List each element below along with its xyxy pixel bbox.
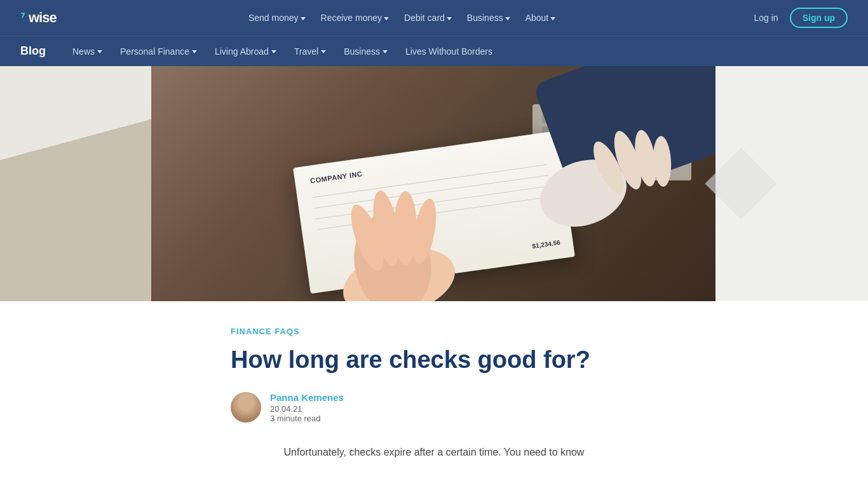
living-abroad-link[interactable]: Living Abroad [206, 36, 285, 67]
blog-nav-item-travel[interactable]: Travel [285, 36, 335, 67]
travel-link[interactable]: Travel [285, 36, 335, 67]
article-title: How long are checks good for? [231, 346, 637, 374]
hero-side-right [715, 66, 868, 301]
author-date: 20.04.21 [270, 404, 344, 414]
author-avatar-image [231, 392, 261, 423]
chevron-down-icon [383, 50, 388, 53]
send-money-link[interactable]: Send money [242, 9, 312, 27]
logo[interactable]: ⁷ wise [20, 10, 57, 26]
business-link[interactable]: Business [461, 9, 517, 27]
chevron-down-icon [505, 17, 510, 20]
nav-item-business[interactable]: Business [461, 9, 517, 27]
chevron-down-icon [301, 17, 306, 20]
blog-nav-item-living-abroad[interactable]: Living Abroad [206, 36, 285, 67]
nav-item-send-money[interactable]: Send money [242, 9, 312, 27]
debit-card-link[interactable]: Debit card [398, 9, 458, 27]
top-nav-links: Send money Receive money Debit card Busi… [242, 9, 562, 27]
blog-nav-item-lives-without-borders[interactable]: Lives Without Borders [397, 36, 501, 67]
chevron-down-icon [550, 17, 555, 20]
author-avatar [231, 392, 261, 423]
top-navigation: ⁷ wise Send money Receive money Debit ca… [0, 0, 868, 36]
author-read-time: 3 minute read [270, 414, 344, 423]
top-nav-actions: Log in Sign up [748, 8, 848, 28]
signup-button[interactable]: Sign up [790, 8, 848, 28]
author-row: Panna Kemenes 20.04.21 3 minute read [231, 392, 637, 423]
chevron-down-icon [192, 50, 197, 53]
lives-without-borders-link[interactable]: Lives Without Borders [397, 36, 501, 67]
chevron-down-icon [97, 50, 102, 53]
chevron-down-icon [384, 17, 389, 20]
author-name[interactable]: Panna Kemenes [270, 392, 344, 403]
news-link[interactable]: News [64, 36, 111, 67]
logo-icon: ⁷ [20, 11, 25, 25]
author-info: Panna Kemenes 20.04.21 3 minute read [270, 392, 344, 423]
article-section: FINANCE FAQS How long are checks good fo… [218, 301, 650, 473]
hero-image-inner: $1,234.56 [151, 66, 717, 301]
svg-point-35 [394, 191, 417, 265]
chevron-down-icon [271, 50, 276, 53]
blog-nav-item-news[interactable]: News [64, 36, 111, 67]
personal-finance-link[interactable]: Personal Finance [111, 36, 206, 67]
blog-business-link[interactable]: Business [335, 36, 397, 67]
article-intro: Unfortunately, checks expire after a cer… [231, 444, 637, 461]
nav-item-about[interactable]: About [519, 9, 562, 27]
blog-nav-item-business[interactable]: Business [335, 36, 397, 67]
login-link[interactable]: Log in [748, 9, 785, 27]
logo-text: wise [29, 10, 57, 26]
hands-illustration [151, 66, 717, 301]
blog-nav-item-personal-finance[interactable]: Personal Finance [111, 36, 206, 67]
nav-item-receive-money[interactable]: Receive money [315, 9, 396, 27]
blog-navigation: Blog News Personal Finance Living Abroad… [0, 36, 868, 66]
blog-label: Blog [20, 44, 46, 58]
about-link[interactable]: About [519, 9, 562, 27]
chevron-down-icon [447, 17, 452, 20]
blog-nav-links: News Personal Finance Living Abroad Trav… [64, 36, 501, 67]
nav-item-debit-card[interactable]: Debit card [398, 9, 458, 27]
receive-money-link[interactable]: Receive money [315, 9, 396, 27]
decorative-diamond-right [705, 147, 776, 219]
hero-wrapper: $1,234.56 [0, 66, 868, 301]
chevron-down-icon [321, 50, 326, 53]
article-category: FINANCE FAQS [231, 327, 637, 336]
